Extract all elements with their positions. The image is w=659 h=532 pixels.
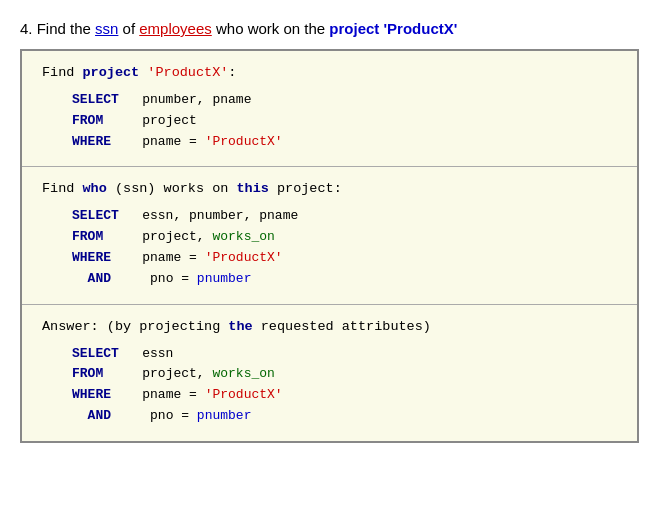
- section3-title: Answer: (by projecting the requested att…: [42, 319, 617, 334]
- section3-line2: FROM project, works_on: [72, 364, 617, 385]
- section2-title: Find who (ssn) works on this project:: [42, 181, 617, 196]
- employees-label: employees: [139, 20, 212, 37]
- section2-line4: AND pno = pnumber: [72, 269, 617, 290]
- section2-code: SELECT essn, pnumber, pname FROM project…: [42, 206, 617, 289]
- question-of: of: [118, 20, 139, 37]
- question-who: who work on the: [212, 20, 330, 37]
- section1-code: SELECT pnumber, pname FROM project WHERE…: [42, 90, 617, 152]
- ssn-label: ssn: [95, 20, 118, 37]
- section2-line1: SELECT essn, pnumber, pname: [72, 206, 617, 227]
- main-box: Find project 'ProductX': SELECT pnumber,…: [20, 49, 639, 443]
- question-number: 4. Find the: [20, 20, 95, 37]
- section-find-project: Find project 'ProductX': SELECT pnumber,…: [22, 51, 637, 167]
- section2-line2: FROM project, works_on: [72, 227, 617, 248]
- section3-line4: AND pno = pnumber: [72, 406, 617, 427]
- section1-line2: FROM project: [72, 111, 617, 132]
- section-find-who: Find who (ssn) works on this project: SE…: [22, 167, 637, 304]
- section3-code: SELECT essn FROM project, works_on WHERE…: [42, 344, 617, 427]
- section3-line1: SELECT essn: [72, 344, 617, 365]
- section3-line3: WHERE pname = 'ProductX': [72, 385, 617, 406]
- section1-line1: SELECT pnumber, pname: [72, 90, 617, 111]
- project-label: project 'ProductX': [329, 20, 457, 37]
- section1-title: Find project 'ProductX':: [42, 65, 617, 80]
- section-answer: Answer: (by projecting the requested att…: [22, 305, 637, 441]
- section2-line3: WHERE pname = 'ProductX': [72, 248, 617, 269]
- section1-line3: WHERE pname = 'ProductX': [72, 132, 617, 153]
- question-header: 4. Find the ssn of employees who work on…: [20, 20, 639, 37]
